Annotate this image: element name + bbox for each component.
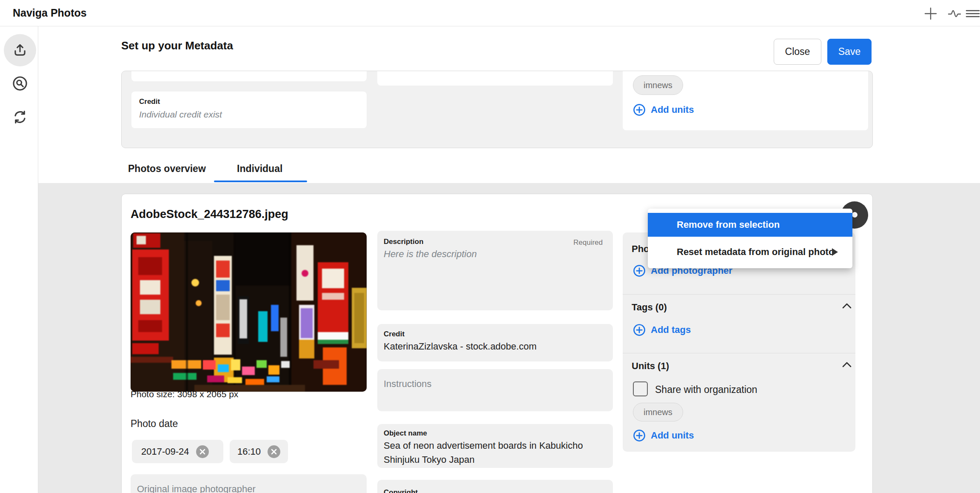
app-title: Naviga Photos bbox=[13, 7, 87, 19]
sidebar-item-upload[interactable] bbox=[4, 34, 36, 66]
neon-street-photo bbox=[131, 232, 367, 392]
description-label: Description bbox=[384, 238, 603, 246]
tab-photos-overview[interactable]: Photos overview bbox=[128, 163, 206, 175]
add-tags-button[interactable]: Add tags bbox=[633, 324, 691, 336]
clear-time-icon[interactable] bbox=[268, 445, 280, 458]
add-icon[interactable] bbox=[923, 6, 938, 21]
top-bar: Naviga Photos bbox=[0, 0, 980, 26]
description-field[interactable]: Description Required Here is the descrip… bbox=[377, 231, 613, 310]
sidebar-item-sync[interactable] bbox=[4, 101, 36, 133]
photographers-section-title: Pho bbox=[632, 244, 650, 255]
copyright-field[interactable]: Copyright bbox=[377, 480, 613, 493]
left-sidebar bbox=[0, 26, 38, 493]
photo-context-menu: Remove from selection Reset metadata fro… bbox=[648, 209, 852, 268]
truncated-field-middle[interactable] bbox=[377, 71, 613, 86]
submenu-arrow-icon bbox=[832, 248, 838, 256]
overview-credit-field[interactable]: Credit Individual credit exist bbox=[131, 92, 367, 128]
page-title: Set up your Metadata bbox=[121, 39, 233, 52]
plus-circle-icon bbox=[633, 324, 646, 336]
upload-icon bbox=[12, 42, 28, 58]
plus-circle-icon bbox=[633, 264, 646, 277]
clear-date-icon[interactable] bbox=[196, 445, 209, 458]
metadata-header: Set up your Metadata Close Save bbox=[38, 26, 980, 68]
menu-item-reset-metadata[interactable]: Reset metadata from original photo bbox=[648, 237, 852, 267]
overview-units-card: imnews Add units bbox=[623, 71, 868, 130]
more-dot-icon bbox=[852, 212, 858, 218]
truncated-field-left[interactable] bbox=[131, 71, 367, 81]
share-with-organization-checkbox[interactable] bbox=[633, 381, 648, 396]
credit-label: Credit bbox=[384, 330, 603, 338]
original-photographer-field[interactable]: Original image photographer bbox=[131, 474, 367, 493]
instructions-placeholder: Instructions bbox=[384, 378, 603, 390]
sidebar-item-search[interactable] bbox=[4, 67, 36, 100]
credit-label: Credit bbox=[139, 97, 160, 106]
photo-time-value: 16:10 bbox=[237, 446, 261, 457]
plus-circle-icon bbox=[633, 103, 646, 116]
instructions-field[interactable]: Instructions bbox=[377, 369, 613, 411]
menu-item-remove-from-selection[interactable]: Remove from selection bbox=[648, 213, 852, 237]
unit-chip[interactable]: imnews bbox=[633, 75, 683, 95]
unit-chip[interactable]: imnews bbox=[633, 403, 683, 421]
credit-field[interactable]: Credit KaterinaZizlavska - stock.adobe.c… bbox=[377, 324, 613, 361]
photo-date-chip[interactable]: 2017-09-24 bbox=[132, 440, 223, 463]
original-photographer-placeholder: Original image photographer bbox=[137, 484, 356, 493]
tags-section-title: Tags (0) bbox=[632, 302, 667, 313]
naviga-photos-app: Naviga Photos Set up your Metadata Close… bbox=[0, 0, 980, 493]
collapse-tags-icon[interactable] bbox=[840, 301, 853, 311]
save-button[interactable]: Save bbox=[827, 39, 872, 65]
panel-divider bbox=[623, 294, 855, 295]
description-placeholder: Here is the description bbox=[384, 249, 603, 260]
credit-placeholder: Individual credit exist bbox=[139, 109, 359, 120]
activity-icon[interactable] bbox=[947, 6, 962, 21]
object-name-label: Object name bbox=[384, 429, 603, 438]
search-icon bbox=[12, 75, 28, 92]
collapse-units-icon[interactable] bbox=[840, 359, 853, 370]
photo-date-value: 2017-09-24 bbox=[141, 446, 189, 457]
plus-circle-icon bbox=[633, 429, 646, 442]
photo-filename: AdobeStock_244312786.jpeg bbox=[131, 208, 288, 221]
share-with-organization-label: Share with organization bbox=[655, 384, 757, 396]
photo-time-chip[interactable]: 16:10 bbox=[230, 440, 288, 463]
copyright-label: Copyright bbox=[384, 488, 603, 493]
add-units-button[interactable]: Add units bbox=[633, 103, 694, 116]
photo-size-text: Photo size: 3098 x 2065 px bbox=[131, 389, 238, 399]
close-button[interactable]: Close bbox=[774, 39, 821, 65]
units-section-title: Units (1) bbox=[632, 361, 669, 372]
required-badge: Required bbox=[573, 238, 603, 247]
object-name-field[interactable]: Object name Sea of neon advertisement bo… bbox=[377, 424, 613, 468]
sync-icon bbox=[12, 109, 28, 125]
active-tab-indicator bbox=[214, 181, 307, 182]
add-units-button[interactable]: Add units bbox=[633, 429, 694, 442]
menu-icon[interactable] bbox=[965, 6, 980, 21]
overview-metadata-card: Credit Individual credit exist imnews Ad… bbox=[121, 71, 873, 148]
photo-thumbnail[interactable] bbox=[131, 232, 367, 392]
tab-individual[interactable]: Individual bbox=[237, 163, 282, 175]
object-name-value: Sea of neon advertisement boards in Kabu… bbox=[384, 439, 603, 467]
panel-divider bbox=[623, 353, 855, 353]
photo-date-label: Photo date bbox=[131, 418, 178, 430]
credit-value: KaterinaZizlavska - stock.adobe.com bbox=[384, 339, 603, 353]
